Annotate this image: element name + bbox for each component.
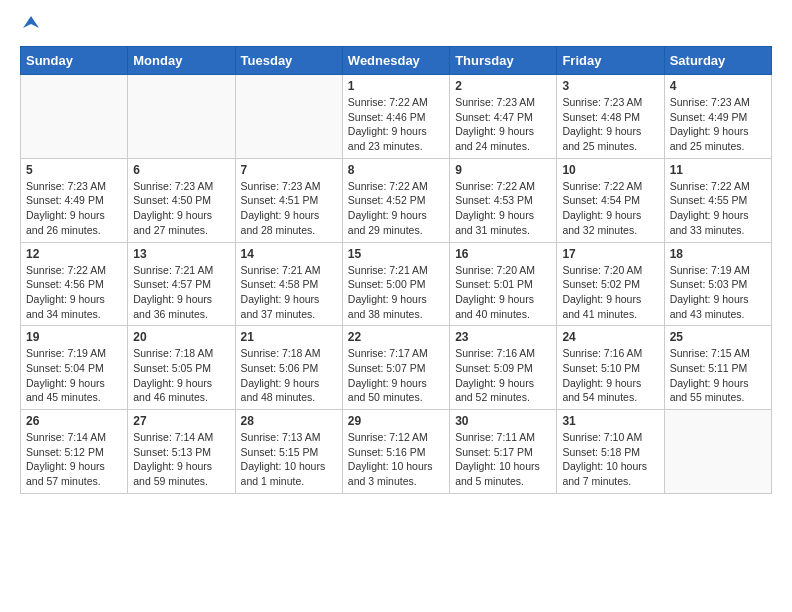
calendar-cell: 31Sunrise: 7:10 AM Sunset: 5:18 PM Dayli…	[557, 410, 664, 494]
day-number: 11	[670, 163, 766, 177]
header	[20, 16, 772, 36]
calendar-cell: 21Sunrise: 7:18 AM Sunset: 5:06 PM Dayli…	[235, 326, 342, 410]
day-info: Sunrise: 7:22 AM Sunset: 4:54 PM Dayligh…	[562, 179, 658, 238]
calendar-week-row: 26Sunrise: 7:14 AM Sunset: 5:12 PM Dayli…	[21, 410, 772, 494]
day-number: 8	[348, 163, 444, 177]
day-info: Sunrise: 7:23 AM Sunset: 4:50 PM Dayligh…	[133, 179, 229, 238]
day-number: 23	[455, 330, 551, 344]
day-header-tuesday: Tuesday	[235, 47, 342, 75]
day-info: Sunrise: 7:23 AM Sunset: 4:49 PM Dayligh…	[26, 179, 122, 238]
day-number: 12	[26, 247, 122, 261]
day-number: 13	[133, 247, 229, 261]
day-info: Sunrise: 7:21 AM Sunset: 5:00 PM Dayligh…	[348, 263, 444, 322]
calendar-cell: 17Sunrise: 7:20 AM Sunset: 5:02 PM Dayli…	[557, 242, 664, 326]
day-info: Sunrise: 7:18 AM Sunset: 5:05 PM Dayligh…	[133, 346, 229, 405]
calendar-cell: 29Sunrise: 7:12 AM Sunset: 5:16 PM Dayli…	[342, 410, 449, 494]
day-number: 1	[348, 79, 444, 93]
day-number: 27	[133, 414, 229, 428]
day-number: 2	[455, 79, 551, 93]
calendar-cell: 20Sunrise: 7:18 AM Sunset: 5:05 PM Dayli…	[128, 326, 235, 410]
day-info: Sunrise: 7:23 AM Sunset: 4:47 PM Dayligh…	[455, 95, 551, 154]
day-info: Sunrise: 7:14 AM Sunset: 5:12 PM Dayligh…	[26, 430, 122, 489]
day-header-saturday: Saturday	[664, 47, 771, 75]
calendar-cell: 11Sunrise: 7:22 AM Sunset: 4:55 PM Dayli…	[664, 158, 771, 242]
calendar-cell: 8Sunrise: 7:22 AM Sunset: 4:52 PM Daylig…	[342, 158, 449, 242]
calendar-cell: 3Sunrise: 7:23 AM Sunset: 4:48 PM Daylig…	[557, 75, 664, 159]
calendar-header-row: SundayMondayTuesdayWednesdayThursdayFrid…	[21, 47, 772, 75]
day-info: Sunrise: 7:21 AM Sunset: 4:57 PM Dayligh…	[133, 263, 229, 322]
day-info: Sunrise: 7:20 AM Sunset: 5:02 PM Dayligh…	[562, 263, 658, 322]
day-info: Sunrise: 7:12 AM Sunset: 5:16 PM Dayligh…	[348, 430, 444, 489]
day-info: Sunrise: 7:23 AM Sunset: 4:48 PM Dayligh…	[562, 95, 658, 154]
calendar-cell	[664, 410, 771, 494]
calendar-cell	[128, 75, 235, 159]
calendar-cell: 15Sunrise: 7:21 AM Sunset: 5:00 PM Dayli…	[342, 242, 449, 326]
day-number: 14	[241, 247, 337, 261]
day-info: Sunrise: 7:22 AM Sunset: 4:52 PM Dayligh…	[348, 179, 444, 238]
calendar-cell: 1Sunrise: 7:22 AM Sunset: 4:46 PM Daylig…	[342, 75, 449, 159]
calendar-cell: 23Sunrise: 7:16 AM Sunset: 5:09 PM Dayli…	[450, 326, 557, 410]
day-header-monday: Monday	[128, 47, 235, 75]
day-info: Sunrise: 7:19 AM Sunset: 5:04 PM Dayligh…	[26, 346, 122, 405]
day-number: 19	[26, 330, 122, 344]
day-info: Sunrise: 7:22 AM Sunset: 4:46 PM Dayligh…	[348, 95, 444, 154]
day-header-wednesday: Wednesday	[342, 47, 449, 75]
day-info: Sunrise: 7:21 AM Sunset: 4:58 PM Dayligh…	[241, 263, 337, 322]
day-number: 5	[26, 163, 122, 177]
day-number: 9	[455, 163, 551, 177]
logo-bird-icon	[23, 14, 39, 30]
calendar-cell: 13Sunrise: 7:21 AM Sunset: 4:57 PM Dayli…	[128, 242, 235, 326]
day-info: Sunrise: 7:22 AM Sunset: 4:55 PM Dayligh…	[670, 179, 766, 238]
day-number: 22	[348, 330, 444, 344]
day-info: Sunrise: 7:22 AM Sunset: 4:53 PM Dayligh…	[455, 179, 551, 238]
calendar-week-row: 12Sunrise: 7:22 AM Sunset: 4:56 PM Dayli…	[21, 242, 772, 326]
day-number: 18	[670, 247, 766, 261]
calendar-cell: 9Sunrise: 7:22 AM Sunset: 4:53 PM Daylig…	[450, 158, 557, 242]
day-number: 17	[562, 247, 658, 261]
day-number: 3	[562, 79, 658, 93]
day-number: 30	[455, 414, 551, 428]
day-number: 25	[670, 330, 766, 344]
day-number: 15	[348, 247, 444, 261]
day-info: Sunrise: 7:19 AM Sunset: 5:03 PM Dayligh…	[670, 263, 766, 322]
day-header-thursday: Thursday	[450, 47, 557, 75]
calendar-cell	[235, 75, 342, 159]
calendar-cell: 16Sunrise: 7:20 AM Sunset: 5:01 PM Dayli…	[450, 242, 557, 326]
calendar-cell: 26Sunrise: 7:14 AM Sunset: 5:12 PM Dayli…	[21, 410, 128, 494]
day-number: 21	[241, 330, 337, 344]
day-info: Sunrise: 7:15 AM Sunset: 5:11 PM Dayligh…	[670, 346, 766, 405]
day-info: Sunrise: 7:20 AM Sunset: 5:01 PM Dayligh…	[455, 263, 551, 322]
calendar-cell: 22Sunrise: 7:17 AM Sunset: 5:07 PM Dayli…	[342, 326, 449, 410]
calendar-cell: 18Sunrise: 7:19 AM Sunset: 5:03 PM Dayli…	[664, 242, 771, 326]
calendar-cell: 24Sunrise: 7:16 AM Sunset: 5:10 PM Dayli…	[557, 326, 664, 410]
calendar-cell: 14Sunrise: 7:21 AM Sunset: 4:58 PM Dayli…	[235, 242, 342, 326]
day-info: Sunrise: 7:16 AM Sunset: 5:09 PM Dayligh…	[455, 346, 551, 405]
day-number: 24	[562, 330, 658, 344]
calendar-cell: 4Sunrise: 7:23 AM Sunset: 4:49 PM Daylig…	[664, 75, 771, 159]
day-header-sunday: Sunday	[21, 47, 128, 75]
svg-marker-0	[23, 16, 39, 28]
day-number: 6	[133, 163, 229, 177]
calendar-cell: 10Sunrise: 7:22 AM Sunset: 4:54 PM Dayli…	[557, 158, 664, 242]
calendar-cell: 5Sunrise: 7:23 AM Sunset: 4:49 PM Daylig…	[21, 158, 128, 242]
day-info: Sunrise: 7:11 AM Sunset: 5:17 PM Dayligh…	[455, 430, 551, 489]
calendar-cell: 2Sunrise: 7:23 AM Sunset: 4:47 PM Daylig…	[450, 75, 557, 159]
day-header-friday: Friday	[557, 47, 664, 75]
calendar-cell: 19Sunrise: 7:19 AM Sunset: 5:04 PM Dayli…	[21, 326, 128, 410]
day-info: Sunrise: 7:22 AM Sunset: 4:56 PM Dayligh…	[26, 263, 122, 322]
calendar-table: SundayMondayTuesdayWednesdayThursdayFrid…	[20, 46, 772, 494]
calendar-cell	[21, 75, 128, 159]
logo	[20, 16, 39, 36]
day-number: 4	[670, 79, 766, 93]
calendar-cell: 25Sunrise: 7:15 AM Sunset: 5:11 PM Dayli…	[664, 326, 771, 410]
day-info: Sunrise: 7:16 AM Sunset: 5:10 PM Dayligh…	[562, 346, 658, 405]
calendar-cell: 27Sunrise: 7:14 AM Sunset: 5:13 PM Dayli…	[128, 410, 235, 494]
day-number: 7	[241, 163, 337, 177]
day-info: Sunrise: 7:23 AM Sunset: 4:49 PM Dayligh…	[670, 95, 766, 154]
calendar-cell: 6Sunrise: 7:23 AM Sunset: 4:50 PM Daylig…	[128, 158, 235, 242]
calendar-week-row: 1Sunrise: 7:22 AM Sunset: 4:46 PM Daylig…	[21, 75, 772, 159]
calendar-cell: 30Sunrise: 7:11 AM Sunset: 5:17 PM Dayli…	[450, 410, 557, 494]
calendar-cell: 7Sunrise: 7:23 AM Sunset: 4:51 PM Daylig…	[235, 158, 342, 242]
day-info: Sunrise: 7:13 AM Sunset: 5:15 PM Dayligh…	[241, 430, 337, 489]
day-info: Sunrise: 7:23 AM Sunset: 4:51 PM Dayligh…	[241, 179, 337, 238]
